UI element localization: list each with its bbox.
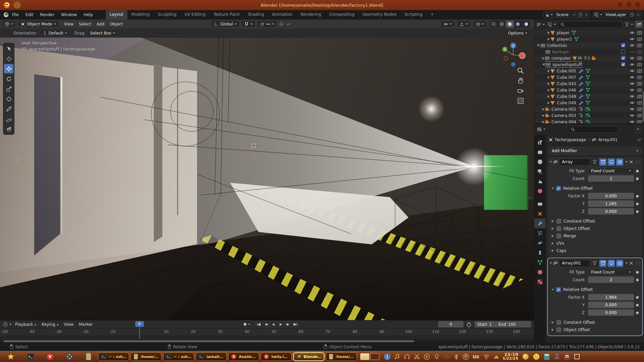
workspace-tab-shading[interactable]: Shading	[244, 10, 268, 19]
outliner-row-computer[interactable]: computer362	[534, 55, 644, 61]
outliner-row-cube-049[interactable]: Cube.049	[534, 100, 644, 106]
expand-toggle[interactable]	[548, 102, 549, 104]
timeline-tick[interactable]: 40	[240, 329, 254, 334]
xray-toggle[interactable]	[490, 21, 498, 27]
outliner-display-mode[interactable]	[536, 21, 545, 28]
outliner-row-cube-046[interactable]: Cube.046	[534, 87, 644, 93]
expand-toggle[interactable]	[542, 121, 544, 123]
hide-viewport-toggle[interactable]	[630, 100, 635, 106]
expand-icon[interactable]	[552, 242, 553, 245]
tray-idea[interactable]	[434, 354, 440, 360]
collapse-icon[interactable]	[552, 188, 554, 189]
outliner-row-cube-043[interactable]: Cube.043	[534, 80, 644, 87]
properties-tab-texture[interactable]	[534, 277, 546, 287]
proportional-falloff-icon[interactable]	[279, 21, 284, 27]
tray-ball[interactable]	[522, 353, 529, 360]
tray-info[interactable]	[384, 354, 390, 360]
app-menu-render[interactable]: Render	[37, 11, 58, 18]
constant-offset-checkbox[interactable]	[556, 219, 561, 224]
fit-type-dropdown[interactable]: Fixed Count	[588, 269, 634, 276]
outliner-row-cube-007[interactable]: Cube.007	[534, 74, 644, 80]
auto-keyframe-stopwatch-icon[interactable]	[466, 322, 472, 327]
outliner-filter-button[interactable]	[624, 21, 634, 28]
modifier-extras-dropdown[interactable]	[626, 262, 628, 264]
timeline-tick[interactable]: -50	[0, 329, 11, 334]
tray-calculator[interactable]	[544, 353, 550, 360]
add-modifier-button[interactable]: Add Modifier	[548, 147, 642, 155]
navigation-gizmo[interactable]: Z Y	[499, 41, 527, 69]
collection-checkbox[interactable]	[621, 49, 626, 55]
workspace-tab-modeling[interactable]: Modeling	[127, 10, 154, 19]
tray-keyboard-layout[interactable]: us	[473, 354, 479, 360]
tool-cursor[interactable]	[4, 54, 13, 63]
outliner-row-collection[interactable]: Collection	[534, 42, 644, 49]
taskbar-window-5[interactable]: AnalieStar …	[228, 352, 259, 361]
hide-render-toggle[interactable]	[637, 113, 642, 118]
playhead-badge[interactable]: 0	[135, 321, 144, 327]
timeline-tick[interactable]: 80	[348, 329, 362, 334]
hide-render-toggle[interactable]	[637, 119, 642, 124]
properties-tab-modifiers[interactable]	[534, 219, 546, 228]
properties-tab-object[interactable]	[534, 209, 546, 219]
hide-viewport-toggle[interactable]	[630, 37, 635, 42]
viewport-menu-view[interactable]: View	[61, 20, 76, 28]
hide-viewport-toggle[interactable]	[630, 43, 635, 48]
hide-render-toggle[interactable]	[637, 30, 642, 36]
hide-render-toggle[interactable]	[637, 49, 642, 55]
app-menu-help[interactable]: Help	[80, 11, 96, 18]
workspace-tab-scripting[interactable]: Scripting	[400, 10, 426, 19]
timeline-tick[interactable]: 130	[483, 329, 496, 334]
workspace-tab-compositing[interactable]: Compositing	[325, 10, 358, 19]
tray-usb[interactable]	[463, 354, 469, 360]
tool-transform[interactable]	[4, 94, 13, 104]
shading-wireframe-button[interactable]	[498, 21, 506, 27]
object-offset-section[interactable]: Object Offset	[564, 226, 590, 231]
workspace-tab-layout[interactable]: Layout	[106, 10, 127, 19]
tray-stamp[interactable]	[554, 354, 560, 360]
timeline-tick[interactable]: -10	[106, 329, 119, 334]
hide-viewport-toggle[interactable]	[630, 119, 635, 124]
hide-viewport-toggle[interactable]	[630, 94, 635, 99]
tool-move[interactable]	[4, 64, 13, 73]
tray-bluetooth[interactable]	[453, 354, 459, 360]
expand-toggle[interactable]	[537, 45, 540, 46]
expand-toggle[interactable]	[542, 114, 544, 117]
expand-toggle[interactable]	[548, 82, 549, 85]
launcher-terminal[interactable]	[27, 353, 34, 360]
desktop-1-button[interactable]	[360, 353, 369, 360]
constant-offset-section[interactable]: Constant Offset	[564, 219, 595, 224]
play-reverse-button[interactable]	[270, 321, 277, 327]
tray-window-box[interactable]	[574, 354, 580, 360]
next-keyframe-button[interactable]	[285, 321, 291, 327]
show-in-viewport-toggle[interactable]	[608, 260, 615, 267]
gizmo-x-neg[interactable]	[504, 57, 508, 60]
timeline-menu-keying[interactable]: Keying	[39, 321, 61, 328]
overlays-dropdown[interactable]	[473, 20, 487, 27]
play-button[interactable]	[277, 321, 284, 327]
taskbar-window-6[interactable]: twily.info ~…	[261, 352, 292, 361]
timeline-menu-marker[interactable]: Marker	[76, 321, 95, 328]
show-in-render-toggle[interactable]	[616, 260, 623, 267]
hide-viewport-toggle[interactable]	[630, 68, 635, 74]
expand-icon[interactable]	[552, 249, 553, 252]
outliner-row-player2[interactable]: player2	[534, 36, 644, 42]
prev-keyframe-button[interactable]	[263, 321, 269, 327]
expand-icon[interactable]	[552, 220, 553, 223]
properties-tab-render[interactable]	[534, 147, 546, 157]
orientation-setting-selector[interactable]: Default	[40, 29, 70, 37]
tool-measure[interactable]	[4, 114, 13, 124]
viewport-menu-add[interactable]: Add	[94, 20, 107, 28]
zoom-tool-icon[interactable]	[517, 67, 524, 74]
window-titlebar[interactable]: Blender [/home/amalie/Desktop/blender/fa…	[0, 0, 644, 10]
timeline-ruler[interactable]: -50-40-30-20-100102030405060708090100110…	[0, 328, 534, 336]
jump-to-end-button[interactable]	[292, 321, 299, 327]
auto-keying-button[interactable]	[241, 321, 253, 328]
new-scene-icon[interactable]	[578, 12, 583, 17]
timeline-tick[interactable]: -40	[25, 329, 38, 334]
expand-icon[interactable]	[552, 235, 553, 237]
expand-toggle[interactable]	[548, 70, 549, 72]
collection-checkbox[interactable]	[621, 62, 626, 67]
expand-toggle[interactable]	[548, 32, 549, 34]
merge-checkbox[interactable]	[556, 234, 561, 238]
taskbar-window-8[interactable]: /home/ama…	[326, 352, 357, 361]
